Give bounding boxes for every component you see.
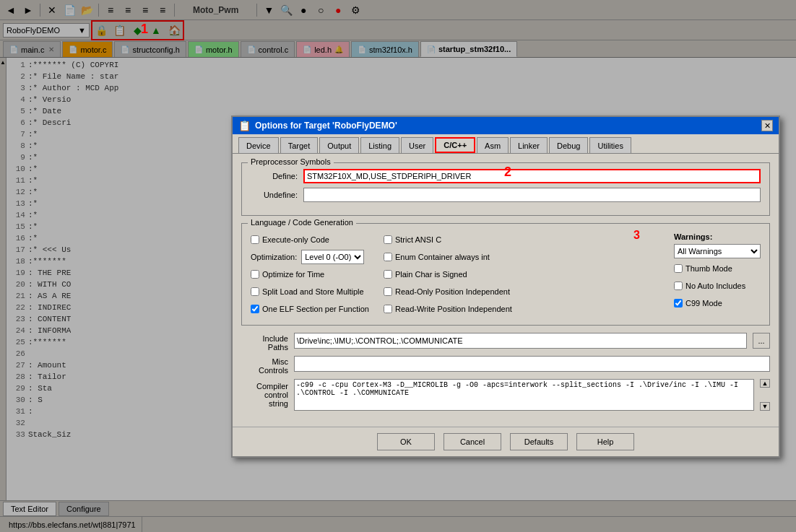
optimize-time-row: Optimize for Time	[251, 267, 369, 282]
modal-tab-user[interactable]: User	[401, 137, 433, 153]
modal-tab-listing[interactable]: Listing	[360, 137, 399, 153]
split-load-label: Split Load and Store Multiple	[262, 287, 364, 296]
help-button[interactable]: Help	[576, 433, 634, 450]
strict-ansi-check[interactable]	[384, 235, 392, 244]
modal-footer: OK Cancel Defaults Help	[233, 427, 779, 456]
misc-controls-label: MiscControls	[241, 356, 288, 375]
compiler-scroll-down[interactable]: ▼	[760, 402, 770, 411]
warnings-select[interactable]: All Warnings No Warnings	[674, 244, 761, 258]
warnings-col: Warnings: All Warnings No Warnings Thumb…	[674, 232, 761, 316]
optimize-time-check[interactable]	[251, 270, 259, 279]
c99-mode-label: C99 Mode	[685, 299, 722, 308]
modal-tab-asm[interactable]: Asm	[477, 137, 509, 153]
thumb-mode-check[interactable]	[674, 264, 683, 273]
annotation-2: 2	[504, 165, 511, 180]
compiler-control-textarea[interactable]: -c99 -c -cpu Cortex-M3 -D__MICROLIB -g -…	[294, 379, 754, 411]
thumb-mode-row: Thumb Mode	[674, 261, 761, 276]
one-elf-check[interactable]	[251, 305, 259, 313]
rw-pi-check[interactable]	[384, 305, 392, 313]
compiler-scroll-up[interactable]: ▲	[760, 379, 770, 388]
lang-col-left: Execute-only Code Optimization: Level 0 …	[251, 232, 369, 316]
preprocessor-group-title: Preprocessor Symbols	[248, 157, 334, 166]
browse-button[interactable]: ...	[753, 333, 770, 349]
no-auto-includes-row: No Auto Includes	[674, 279, 761, 293]
undefine-input[interactable]	[303, 188, 761, 202]
ro-pi-label: Read-Only Position Independent	[395, 287, 510, 296]
warnings-label: Warnings:	[674, 232, 761, 241]
enum-container-check[interactable]	[384, 253, 392, 261]
include-paths-input[interactable]	[294, 333, 747, 349]
modal-tab-utilities[interactable]: Utilities	[589, 137, 631, 153]
annotation-3: 3	[633, 229, 640, 242]
optimization-row: Optimization: Level 0 (-O0) Level 1 (-O1…	[251, 250, 369, 264]
execute-only-check[interactable]	[251, 235, 259, 244]
ro-pi-row: Read-Only Position Independent	[384, 284, 659, 299]
language-body: Execute-only Code Optimization: Level 0 …	[251, 232, 761, 316]
strict-ansi-row: Strict ANSI C	[384, 232, 659, 247]
optimization-label: Optimization:	[251, 253, 297, 261]
undefine-label: Undefine:	[251, 191, 298, 199]
compiler-control-label: Compilercontrolstring	[241, 379, 288, 408]
include-paths-row: IncludePaths ...	[241, 333, 770, 352]
lang-col-middle: Strict ANSI C Enum Container always int …	[384, 232, 659, 316]
modal-title: Options for Target 'RoboFlyDEMO'	[255, 121, 397, 131]
modal-tab-output[interactable]: Output	[319, 137, 359, 153]
modal-icon: 📋	[238, 120, 251, 131]
misc-controls-input[interactable]	[294, 356, 770, 372]
split-load-row: Split Load and Store Multiple	[251, 284, 369, 299]
modal-tab-debug[interactable]: Debug	[549, 137, 588, 153]
rw-pi-row: Read-Write Position Independent	[384, 302, 659, 316]
language-group: Language / Code Generation Execute-only …	[241, 223, 770, 326]
language-group-title: Language / Code Generation	[248, 218, 356, 227]
thumb-mode-label: Thumb Mode	[685, 264, 732, 273]
modal-body: Preprocessor Symbols Define: Undefine: 3…	[233, 154, 779, 427]
one-elf-label: One ELF Section per Function	[262, 305, 369, 313]
defaults-button[interactable]: Defaults	[510, 433, 568, 450]
title-with-icon: 📋 Options for Target 'RoboFlyDEMO'	[238, 120, 397, 131]
undefine-row: Undefine:	[251, 188, 761, 202]
modal-title-bar: 📋 Options for Target 'RoboFlyDEMO' ✕	[233, 117, 779, 134]
include-section: IncludePaths ... MiscControls Compilerco…	[241, 333, 770, 411]
enum-container-label: Enum Container always int	[395, 253, 490, 261]
define-input[interactable]	[303, 169, 761, 183]
optimize-time-label: Optimize for Time	[262, 270, 324, 279]
strict-ansi-label: Strict ANSI C	[395, 235, 441, 244]
modal-tab-device[interactable]: Device	[238, 137, 279, 153]
compiler-control-row: Compilercontrolstring -c99 -c -cpu Corte…	[241, 379, 770, 411]
one-elf-row: One ELF Section per Function	[251, 302, 369, 316]
compiler-scroll: ▲ ▼	[760, 379, 770, 411]
plain-char-row: Plain Char is Signed	[384, 267, 659, 282]
ok-button[interactable]: OK	[377, 433, 435, 450]
cancel-button[interactable]: Cancel	[444, 433, 501, 450]
no-auto-includes-label: No Auto Includes	[685, 282, 745, 290]
plain-char-check[interactable]	[384, 270, 392, 279]
c99-mode-check[interactable]	[674, 299, 683, 308]
c99-mode-row: C99 Mode	[674, 296, 761, 310]
define-label: Define:	[251, 172, 298, 180]
modal-tab-bar: Device Target Output Listing User C/C++ …	[233, 134, 779, 154]
split-load-check[interactable]	[251, 287, 259, 296]
modal-tab-cpp[interactable]: C/C++	[435, 137, 475, 153]
no-auto-includes-check[interactable]	[674, 282, 683, 290]
ro-pi-check[interactable]	[384, 287, 392, 296]
annotation-1: 1	[141, 22, 148, 37]
misc-controls-row: MiscControls	[241, 356, 770, 375]
modal-tab-target[interactable]: Target	[280, 137, 319, 153]
optimization-select[interactable]: Level 0 (-O0) Level 1 (-O1) Level 2 (-O2…	[301, 250, 364, 264]
plain-char-label: Plain Char is Signed	[395, 270, 467, 279]
execute-only-row: Execute-only Code	[251, 232, 369, 247]
modal-close-button[interactable]: ✕	[761, 120, 773, 131]
include-paths-label: IncludePaths	[241, 333, 288, 352]
execute-only-label: Execute-only Code	[262, 235, 329, 244]
enum-container-row: Enum Container always int	[384, 250, 659, 264]
modal-tab-linker[interactable]: Linker	[510, 137, 548, 153]
rw-pi-label: Read-Write Position Independent	[395, 305, 512, 313]
